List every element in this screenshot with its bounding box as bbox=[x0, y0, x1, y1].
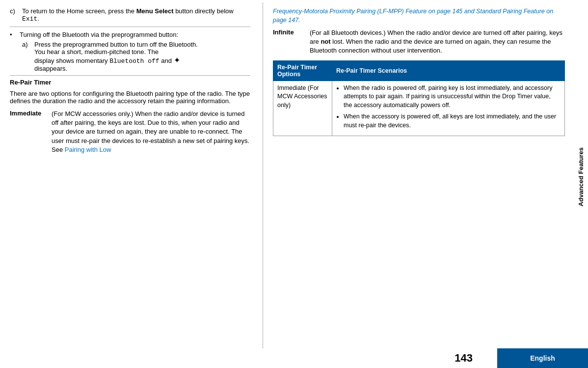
bluetooth-icon: ✦ bbox=[174, 56, 180, 65]
step-c-text-middle: button directly below bbox=[174, 7, 234, 15]
column-divider bbox=[263, 2, 263, 348]
sub-step-a-label: a) bbox=[22, 41, 34, 72]
top-link-text2: on page 145 and bbox=[427, 8, 476, 15]
step-c-block: c) To return to the Home screen, press t… bbox=[10, 7, 250, 27]
table-scenarios-list: When the radio is powered off, pairing k… bbox=[336, 84, 561, 130]
step-c-content: To return to the Home screen, press the … bbox=[22, 7, 250, 23]
bullet-bluetooth-item: • Turning off the Bluetooth via the prep… bbox=[10, 31, 250, 76]
step-c-bold1: Menu Select bbox=[136, 7, 174, 15]
sub-step-a-text1: Press the preprogrammed button to turn o… bbox=[34, 41, 250, 48]
infinite-desc: (For all Bluetooth devices.) When the ra… bbox=[310, 28, 565, 56]
infinite-term: Infinite bbox=[273, 28, 310, 56]
table-col2-header: Re-Pair Timer Scenarios bbox=[332, 60, 565, 81]
repair-timer-intro: There are two options for configuring th… bbox=[10, 90, 250, 105]
sub-step-a-monospace: Bluetooth off bbox=[109, 57, 159, 65]
bottom-bar: 143 English bbox=[0, 348, 588, 368]
top-link-block: Frequency-Motorola Proximity Pairing (LF… bbox=[273, 7, 565, 25]
right-column: Frequency-Motorola Proximity Pairing (LF… bbox=[266, 2, 570, 348]
table-scenario-item-1: When the radio is powered off, pairing k… bbox=[344, 84, 561, 110]
immediate-desc: (For MCW accessories only.) When the rad… bbox=[52, 110, 250, 154]
sub-step-a-text3-before: display shows momentary bbox=[34, 57, 109, 64]
immediate-term: Immediate bbox=[10, 110, 52, 154]
sidebar-label: Advanced Features bbox=[573, 0, 588, 354]
language-label: English bbox=[530, 354, 555, 362]
page-container: c) To return to the Home screen, press t… bbox=[0, 0, 588, 368]
table-scenario-item-2: When the accessory is powered off, all k… bbox=[344, 113, 561, 130]
table-row: Immediate (For MCW Accessories only) Whe… bbox=[273, 81, 565, 136]
sub-step-a-text4: and bbox=[160, 57, 174, 64]
bullet-content: Turning off the Bluetooth via the prepro… bbox=[20, 31, 250, 72]
bullet-symbol: • bbox=[10, 31, 17, 72]
sub-step-a: a) Press the preprogrammed button to tur… bbox=[22, 41, 250, 72]
table-header-row: Re-Pair Timer Options Re-Pair Timer Scen… bbox=[273, 60, 565, 81]
page-number-area: 143 bbox=[0, 348, 497, 368]
immediate-link[interactable]: Pairing with Low bbox=[65, 146, 111, 153]
sub-step-a-text5: disappears. bbox=[34, 65, 250, 72]
sub-step-a-content: Press the preprogrammed button to turn o… bbox=[34, 41, 250, 72]
infinite-desc-bold: not bbox=[321, 38, 330, 45]
language-badge: English bbox=[497, 348, 588, 368]
infinite-desc-text2: lost. When the radio and the device are … bbox=[310, 38, 551, 54]
table-col1-header: Re-Pair Timer Options bbox=[273, 60, 332, 81]
sub-step-a-text3: display shows momentary Bluetooth off an… bbox=[34, 56, 250, 65]
infinite-section: Infinite (For all Bluetooth devices.) Wh… bbox=[273, 28, 565, 56]
table-cell-scenarios: When the radio is powered off, pairing k… bbox=[332, 81, 565, 136]
left-column: c) To return to the Home screen, press t… bbox=[0, 2, 260, 348]
immediate-definition: Immediate (For MCW accessories only.) Wh… bbox=[10, 110, 250, 154]
content-wrapper: c) To return to the Home screen, press t… bbox=[0, 0, 573, 348]
sub-step-a-text2: You hear a short, medium-pitched tone. T… bbox=[34, 48, 250, 56]
top-link-text3: Standard Pairing Feature bbox=[476, 8, 545, 15]
top-link-text1: Frequency-Motorola Proximity Pairing (LF… bbox=[273, 8, 427, 15]
bullet-text-before: Turning off the Bluetooth via the prepro… bbox=[20, 31, 250, 38]
repair-table: Re-Pair Timer Options Re-Pair Timer Scen… bbox=[273, 60, 565, 137]
step-c-label: c) bbox=[10, 7, 20, 23]
table-cell-term: Immediate (For MCW Accessories only) bbox=[273, 81, 332, 136]
sidebar-label-text: Advanced Features bbox=[577, 147, 585, 206]
step-c-text-after: . bbox=[37, 15, 39, 22]
page-number: 143 bbox=[454, 352, 473, 365]
step-c-monospace1: Exit bbox=[22, 15, 37, 23]
repair-timer-title: Re-Pair Timer bbox=[10, 79, 250, 86]
step-c-text-before: To return to the Home screen, press the bbox=[22, 7, 136, 15]
